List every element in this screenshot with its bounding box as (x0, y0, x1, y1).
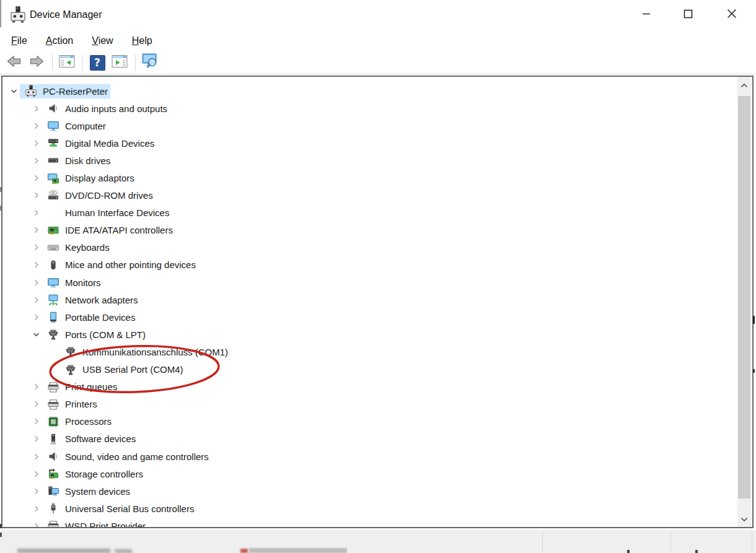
chevron-right-icon[interactable] (30, 416, 42, 428)
tree-item-content[interactable]: Print queues (42, 380, 120, 394)
tree-item-storage-controllers[interactable]: Storage controllers (2, 465, 737, 482)
tree-item-wsd-print-provider[interactable]: WSD Print Provider (2, 517, 737, 527)
vertical-scrollbar[interactable] (737, 77, 751, 527)
tree-item-content[interactable]: Human Interface Devices (42, 206, 172, 220)
scrollbar-thumb[interactable] (738, 96, 750, 499)
show-console-tree-button[interactable] (56, 53, 77, 72)
tree-item-content[interactable]: Keyboards (42, 240, 112, 255)
tree-item-label: Printers (59, 397, 100, 411)
chevron-right-icon[interactable] (30, 120, 42, 132)
tree-item-universal-serial-bus-controllers[interactable]: Universal Serial Bus controllers (2, 500, 737, 517)
software-device-icon (47, 433, 59, 445)
menu-item-view[interactable]: View (87, 33, 118, 49)
tree-item-content[interactable]: Network adapters (42, 293, 141, 307)
chevron-right-icon[interactable] (30, 189, 42, 202)
chevron-right-icon[interactable] (30, 224, 42, 237)
tree-item-sound-video-and-game-controllers[interactable]: Sound, video and game controllers (2, 448, 737, 465)
chevron-right-icon[interactable] (30, 259, 42, 271)
tree-item-printers[interactable]: Printers (2, 396, 737, 413)
chevron-down-icon[interactable] (30, 328, 42, 341)
tree-item-keyboards[interactable]: Keyboards (2, 239, 737, 256)
tree-item-content[interactable]: Processors (42, 414, 114, 429)
chevron-right-icon[interactable] (30, 311, 42, 323)
tree-item-content[interactable]: Storage controllers (42, 467, 146, 481)
tree-item-software-devices[interactable]: Software devices (2, 430, 737, 448)
tree-item-print-queues[interactable]: Print queues (2, 378, 737, 396)
tree-item-system-devices[interactable]: System devices (2, 482, 737, 500)
chevron-right-icon[interactable] (30, 398, 42, 411)
tree-item-monitors[interactable]: Monitors (2, 274, 737, 291)
scrollbar-down-button[interactable] (737, 511, 751, 527)
tree-item-display-adaptors[interactable]: Display adaptors (2, 169, 737, 186)
chevron-right-icon[interactable] (30, 294, 42, 306)
close-button[interactable] (718, 0, 746, 30)
chevron-right-icon[interactable] (30, 468, 42, 480)
tree-item-label: Disk drives (59, 154, 113, 168)
chevron-right-icon[interactable] (30, 485, 42, 497)
tree-item-mice-and-other-pointing-devices[interactable]: Mice and other pointing devices (2, 256, 737, 274)
tree-item-kommunikationsanschluss-com1[interactable]: Kommunikationsanschluss (COM1) (2, 343, 737, 360)
tree-item-content[interactable]: Universal Serial Bus controllers (42, 502, 196, 516)
tree-item-digital-media-devices[interactable]: Digital Media Devices (2, 134, 737, 152)
chevron-right-icon[interactable] (30, 242, 42, 254)
back-button[interactable] (4, 53, 25, 72)
tree-item-content[interactable]: Sound, video and game controllers (42, 450, 211, 464)
maximize-button[interactable] (674, 0, 702, 30)
chevron-right-icon[interactable] (30, 520, 42, 527)
printer-icon (47, 520, 59, 527)
tree-item-computer[interactable]: Computer (2, 117, 737, 134)
tree-item-content[interactable]: Portable Devices (42, 310, 138, 324)
chevron-right-icon[interactable] (30, 102, 42, 115)
tree-item-content[interactable]: Monitors (42, 276, 103, 290)
chevron-right-icon[interactable] (30, 172, 42, 185)
tree-item-portable-devices[interactable]: Portable Devices (2, 308, 737, 326)
tree-item-content[interactable]: Ports (COM & LPT) (42, 328, 148, 342)
chevron-right-icon[interactable] (30, 502, 42, 515)
tree-item-ports-com-lpt[interactable]: Ports (COM & LPT) (2, 326, 737, 343)
tree-item-human-interface-devices[interactable]: Human Interface Devices (2, 204, 737, 222)
tree-item-content[interactable]: Computer (42, 119, 108, 133)
tree-item-ide-ata-atapi-controllers[interactable]: IDE ATA/ATAPI controllers (2, 222, 737, 239)
chevron-right-icon[interactable] (30, 154, 42, 167)
chevron-right-icon[interactable] (30, 207, 42, 219)
help-button[interactable]: ? (87, 53, 108, 72)
scan-hardware-changes-button[interactable] (139, 53, 160, 72)
tree-item-content[interactable]: Disk drives (42, 154, 113, 168)
processor-icon (47, 416, 59, 428)
tree-item-content[interactable]: Mice and other pointing devices (42, 258, 198, 272)
minimize-button[interactable] (632, 0, 661, 30)
tree-item-pc-reiserpeter[interactable]: PC-ReiserPeter (2, 82, 737, 100)
tree-item-processors[interactable]: Processors (2, 413, 737, 430)
tree-item-label: Display adaptors (59, 171, 137, 185)
chevron-right-icon[interactable] (30, 381, 42, 393)
menu-item-help[interactable]: Help (127, 33, 157, 49)
scrollbar-up-button[interactable] (737, 77, 751, 93)
tree-item-network-adapters[interactable]: Network adapters (2, 291, 737, 308)
tree-item-content[interactable]: Printers (42, 397, 100, 411)
tree-item-content[interactable]: USB Serial Port (COM4) (59, 362, 186, 377)
tree-item-audio-inputs-and-outputs[interactable]: Audio inputs and outputs (2, 100, 737, 117)
tree-item-content[interactable]: Digital Media Devices (42, 136, 157, 150)
menu-item-file[interactable]: File (6, 33, 32, 49)
tree-item-usb-serial-port-com4[interactable]: USB Serial Port (COM4) (2, 361, 737, 378)
display-adapter-icon (47, 172, 59, 185)
tree-item-content[interactable]: DVD/CD-ROM drives (42, 188, 156, 202)
menu-item-action[interactable]: Action (41, 33, 78, 49)
chevron-right-icon[interactable] (30, 450, 42, 463)
forward-button[interactable] (26, 53, 47, 72)
tree-item-content[interactable]: IDE ATA/ATAPI controllers (42, 223, 175, 237)
tree-item-dvd-cd-rom-drives[interactable]: DVD/CD-ROM drives (2, 187, 737, 204)
tree-item-content[interactable]: WSD Print Provider (42, 519, 148, 527)
chevron-right-icon[interactable] (30, 433, 42, 445)
tree-item-disk-drives[interactable]: Disk drives (2, 152, 737, 169)
tree-item-content[interactable]: Audio inputs and outputs (42, 102, 170, 116)
tree-item-content[interactable]: Kommunikationsanschluss (COM1) (59, 345, 231, 359)
chevron-right-icon[interactable] (30, 137, 42, 149)
chevron-right-icon[interactable] (30, 276, 42, 289)
tree-item-content[interactable]: System devices (42, 484, 133, 499)
tree-item-content[interactable]: Display adaptors (42, 171, 137, 185)
chevron-down-icon[interactable] (7, 85, 20, 97)
tree-item-content[interactable]: Software devices (42, 432, 138, 446)
tree-item-content[interactable]: PC-ReiserPeter (20, 84, 110, 98)
show-action-pane-button[interactable] (109, 53, 130, 72)
